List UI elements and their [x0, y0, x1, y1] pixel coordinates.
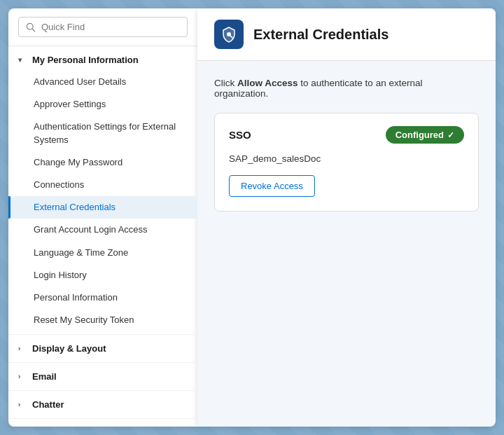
- nav-section-personal: ▾ My Personal Information Advanced User …: [8, 46, 197, 334]
- section-label: Chatter: [32, 399, 64, 410]
- page-body: Click Allow Access to authenticate to an…: [197, 61, 496, 427]
- sidebar-item-calendar-reminders[interactable]: › Calendar & Reminders: [8, 422, 197, 427]
- sidebar-item-reset-my-security-token[interactable]: Reset My Security Token: [8, 309, 197, 331]
- main-content: External Credentials Click Allow Access …: [197, 8, 496, 427]
- sidebar-nav: ▾ My Personal Information Advanced User …: [8, 46, 197, 427]
- sidebar-item-language-time-zone[interactable]: Language & Time Zone: [8, 242, 197, 264]
- sidebar-item-personal-information[interactable]: Personal Information: [8, 286, 197, 309]
- chevron-right-icon: ›: [18, 345, 28, 352]
- sidebar-item-email[interactable]: › Email: [8, 366, 197, 387]
- section-label: My Personal Information: [32, 55, 139, 65]
- nav-section-calendar-reminders: › Calendar & Reminders: [8, 418, 197, 427]
- sidebar-item-my-personal-information[interactable]: ▾ My Personal Information: [8, 49, 197, 71]
- sidebar-item-approver-settings[interactable]: Approver Settings: [8, 93, 197, 116]
- nav-section-email: › Email: [8, 362, 197, 390]
- description-text: Click Allow Access to authenticate to an…: [214, 78, 479, 99]
- sidebar-item-display-layout[interactable]: › Display & Layout: [8, 338, 197, 359]
- shield-key-icon: [220, 26, 237, 43]
- description-bold: Allow Access: [237, 78, 298, 88]
- sidebar-item-change-my-password[interactable]: Change My Password: [8, 151, 197, 174]
- search-box: [18, 17, 188, 37]
- svg-line-1: [32, 29, 35, 32]
- search-container: [8, 8, 197, 46]
- sso-card: SSO Configured ✓ SAP_demo_salesDoc Revok…: [214, 113, 479, 212]
- configured-badge: Configured ✓: [386, 126, 464, 144]
- chevron-down-icon: ▾: [18, 56, 28, 64]
- sidebar-item-advanced-user-details[interactable]: Advanced User Details: [8, 71, 197, 93]
- page-icon: [214, 20, 244, 49]
- badge-label: Configured: [396, 130, 444, 140]
- sidebar: ▾ My Personal Information Advanced User …: [8, 8, 197, 427]
- revoke-access-button[interactable]: Revoke Access: [229, 175, 315, 197]
- sso-subtitle: SAP_demo_salesDoc: [229, 153, 464, 164]
- sso-card-header: SSO Configured ✓: [229, 126, 464, 144]
- sso-title: SSO: [229, 129, 251, 141]
- search-input[interactable]: [41, 22, 180, 32]
- chevron-right-icon: ›: [18, 401, 28, 408]
- page-header: External Credentials: [197, 8, 496, 61]
- search-icon: [26, 22, 36, 32]
- sidebar-item-authentication-settings[interactable]: Authentication Settings for External Sys…: [8, 116, 197, 151]
- sidebar-item-chatter[interactable]: › Chatter: [8, 394, 197, 415]
- page-title: External Credentials: [253, 27, 388, 43]
- nav-section-display-layout: › Display & Layout: [8, 334, 197, 362]
- nav-section-chatter: › Chatter: [8, 390, 197, 418]
- sidebar-item-connections[interactable]: Connections: [8, 174, 197, 196]
- section-label: Display & Layout: [32, 343, 106, 354]
- chevron-right-icon: ›: [18, 373, 28, 380]
- sidebar-item-external-credentials[interactable]: External Credentials: [8, 196, 197, 219]
- nav-items-personal: Advanced User Details Approver Settings …: [8, 71, 197, 331]
- app-container: ▾ My Personal Information Advanced User …: [0, 0, 504, 435]
- section-label: Email: [32, 371, 57, 382]
- check-icon: ✓: [447, 130, 454, 140]
- description-prefix: Click: [214, 78, 237, 88]
- sidebar-item-login-history[interactable]: Login History: [8, 264, 197, 286]
- sidebar-item-grant-account-login-access[interactable]: Grant Account Login Access: [8, 219, 197, 241]
